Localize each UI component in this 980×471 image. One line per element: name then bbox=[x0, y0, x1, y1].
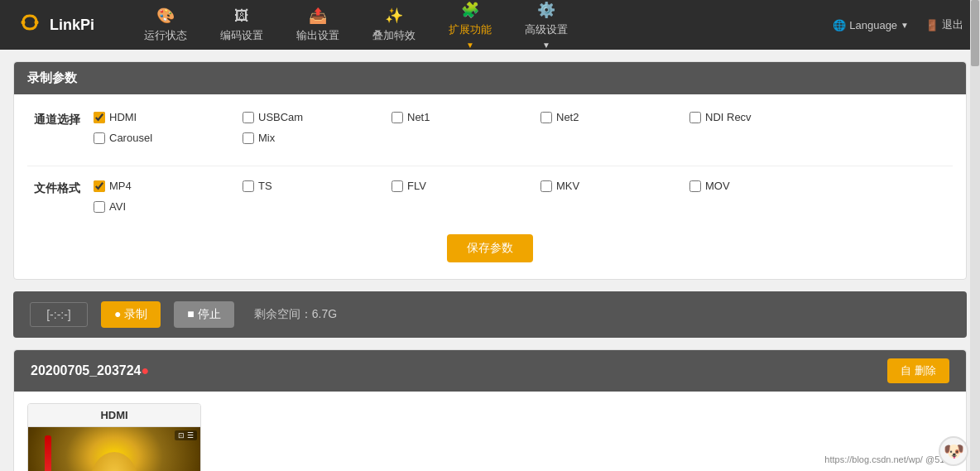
checkbox-mix[interactable] bbox=[243, 132, 254, 144]
label-flv: FLV bbox=[407, 180, 426, 192]
checkbox-usbcam[interactable] bbox=[243, 112, 254, 123]
channel-ndi-recv[interactable]: NDI Recv bbox=[689, 111, 838, 123]
video-thumbnail: ⊡ ☰ bbox=[28, 427, 200, 471]
nav-add-effects[interactable]: ✨ 叠加特效 bbox=[356, 0, 432, 50]
record-params-card: 录制参数 通道选择 HDMI USBCam Net1 bbox=[13, 61, 967, 280]
image-icon: 🖼 bbox=[234, 7, 249, 25]
stop-button[interactable]: ■ 停止 bbox=[174, 301, 233, 328]
staff-decoration bbox=[45, 435, 51, 471]
channel-net2[interactable]: Net2 bbox=[540, 111, 689, 123]
nav-label-extend: 扩展功能 bbox=[449, 22, 492, 37]
label-net1: Net1 bbox=[407, 111, 430, 123]
save-params-button[interactable]: 保存参数 bbox=[447, 234, 533, 262]
checkbox-flv[interactable] bbox=[392, 180, 403, 192]
chevron-down-icon-2: ▼ bbox=[542, 41, 550, 50]
label-net2: Net2 bbox=[556, 111, 579, 123]
logout-button[interactable]: 🚪 退出 bbox=[925, 17, 963, 32]
nav-label-output: 输出设置 bbox=[296, 28, 339, 43]
chevron-down-icon: ▼ bbox=[466, 41, 474, 50]
channel-usbcam[interactable]: USBCam bbox=[243, 111, 392, 123]
brand-name: LinkPi bbox=[50, 17, 94, 34]
format-row: 文件格式 MP4 TS FLV bbox=[27, 180, 953, 221]
svg-point-0 bbox=[22, 20, 26, 24]
label-hdmi: HDMI bbox=[109, 111, 137, 123]
format-ts[interactable]: TS bbox=[243, 180, 392, 192]
label-ts: TS bbox=[258, 180, 272, 192]
checkbox-avi[interactable] bbox=[94, 201, 105, 213]
nav-encode-settings[interactable]: 🖼 编码设置 bbox=[204, 1, 280, 50]
format-checkboxes: MP4 TS FLV MKV bbox=[94, 180, 953, 221]
label-mov: MOV bbox=[705, 180, 730, 192]
checkbox-carousel[interactable] bbox=[94, 132, 105, 144]
svg-point-1 bbox=[35, 20, 39, 24]
channel-mix[interactable]: Mix bbox=[243, 132, 392, 144]
logout-label: 退出 bbox=[942, 17, 963, 32]
scrollbar-thumb[interactable] bbox=[971, 0, 979, 66]
format-mkv[interactable]: MKV bbox=[540, 180, 689, 192]
checkbox-ts[interactable] bbox=[243, 180, 254, 192]
sparkle-icon: ✨ bbox=[385, 7, 403, 25]
recording-title-dot: ● bbox=[141, 363, 149, 377]
format-label: 文件格式 bbox=[27, 180, 94, 196]
format-flv[interactable]: FLV bbox=[392, 180, 540, 192]
main-content: 录制参数 通道选择 HDMI USBCam Net1 bbox=[0, 50, 980, 471]
buddha-figure bbox=[89, 452, 139, 471]
channel-selection-row: 通道选择 HDMI USBCam Net1 bbox=[27, 111, 953, 152]
nav-advanced-settings[interactable]: ⚙️ 高级设置 ▼ bbox=[508, 0, 584, 56]
channel-hdmi[interactable]: HDMI bbox=[94, 111, 243, 123]
checkbox-net1[interactable] bbox=[392, 112, 403, 123]
space-info: 剩余空间：6.7G bbox=[254, 307, 337, 322]
upload-icon: 📤 bbox=[309, 7, 327, 25]
channel-carousel[interactable]: Carousel bbox=[94, 132, 243, 144]
control-bar: [-:-:-] ● 录制 ■ 停止 剩余空间：6.7G bbox=[13, 291, 967, 338]
record-params-body: 通道选择 HDMI USBCam Net1 bbox=[14, 94, 966, 279]
label-usbcam: USBCam bbox=[258, 111, 303, 123]
dog-icon: 🐶 bbox=[939, 436, 968, 466]
delete-button[interactable]: 自 删除 bbox=[887, 358, 949, 383]
record-params-header: 录制参数 bbox=[14, 62, 966, 94]
label-mkv: MKV bbox=[556, 180, 579, 192]
checkbox-net2[interactable] bbox=[540, 112, 552, 123]
nav-extend-features[interactable]: 🧩 扩展功能 ▼ bbox=[432, 0, 508, 56]
globe-icon: 🌐 bbox=[833, 19, 846, 31]
label-mix: Mix bbox=[258, 132, 275, 144]
recording-header: 20200705_203724● 自 删除 bbox=[14, 350, 966, 392]
recording-title: 20200705_203724● bbox=[31, 363, 149, 378]
brand-logo bbox=[17, 9, 43, 41]
thumbnail-watermark: ⊡ ☰ bbox=[175, 430, 197, 440]
brand: LinkPi bbox=[17, 9, 94, 41]
recording-body: HDMI ⊡ ☰ bbox=[14, 392, 966, 471]
checkbox-mp4[interactable] bbox=[94, 180, 105, 192]
format-mp4[interactable]: MP4 bbox=[94, 180, 243, 192]
checkbox-mkv[interactable] bbox=[540, 180, 552, 192]
format-avi[interactable]: AVI bbox=[94, 200, 243, 213]
recording-file-card: 20200705_203724● 自 删除 HDMI ⊡ ☰ bbox=[13, 349, 967, 471]
video-card-hdmi: HDMI ⊡ ☰ bbox=[27, 403, 201, 471]
puzzle-icon: 🧩 bbox=[461, 1, 479, 19]
channel-checkboxes: HDMI USBCam Net1 Net2 bbox=[94, 111, 953, 152]
checkbox-hdmi[interactable] bbox=[94, 112, 105, 123]
timer-display: [-:-:-] bbox=[30, 302, 88, 327]
channel-net1[interactable]: Net1 bbox=[392, 111, 540, 123]
nav-run-status[interactable]: 🎨 运行状态 bbox=[127, 0, 204, 50]
nav-label-effects: 叠加特效 bbox=[372, 28, 416, 43]
form-divider bbox=[27, 166, 953, 166]
format-mov[interactable]: MOV bbox=[689, 180, 838, 192]
language-selector[interactable]: 🌐 Language ▼ bbox=[833, 19, 909, 31]
thumbnail-bg: ⊡ ☰ bbox=[28, 427, 200, 471]
nav-label-advanced: 高级设置 bbox=[525, 22, 568, 37]
nav-right: 🌐 Language ▼ 🚪 退出 bbox=[833, 17, 963, 32]
label-avi: AVI bbox=[109, 200, 126, 213]
channel-label: 通道选择 bbox=[27, 111, 94, 127]
checkbox-ndi-recv[interactable] bbox=[689, 112, 701, 123]
video-card-title: HDMI bbox=[28, 404, 200, 427]
label-carousel: Carousel bbox=[109, 132, 152, 144]
record-button[interactable]: ● 录制 bbox=[101, 301, 161, 328]
nav-output-settings[interactable]: 📤 输出设置 bbox=[280, 0, 356, 50]
scrollbar[interactable] bbox=[970, 0, 980, 471]
nav-items: 🎨 运行状态 🖼 编码设置 📤 输出设置 ✨ 叠加特效 🧩 扩展功能 ▼ ⚙️ … bbox=[127, 0, 833, 56]
label-mp4: MP4 bbox=[109, 180, 132, 192]
nav-label-encode: 编码设置 bbox=[220, 28, 263, 43]
label-ndi-recv: NDI Recv bbox=[705, 111, 752, 123]
checkbox-mov[interactable] bbox=[689, 180, 701, 192]
